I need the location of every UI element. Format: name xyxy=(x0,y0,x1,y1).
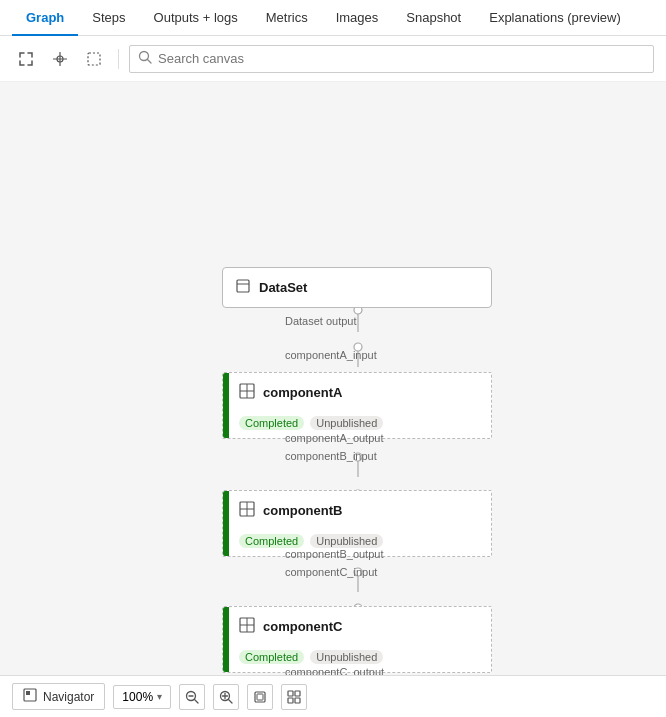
componentB-status-bar xyxy=(223,491,229,556)
svg-rect-40 xyxy=(288,691,293,696)
componentC-status-bar xyxy=(223,607,229,672)
dataset-header: DataSet xyxy=(223,268,491,307)
svg-rect-1 xyxy=(88,53,100,65)
svg-line-3 xyxy=(148,60,152,64)
search-input[interactable] xyxy=(158,51,645,66)
svg-rect-30 xyxy=(26,691,30,695)
svg-line-33 xyxy=(195,699,199,703)
canvas: DataSet Dataset output componentA_input … xyxy=(0,82,666,675)
componentA-completed: Completed xyxy=(239,416,304,430)
componentA-header: componentA xyxy=(223,373,491,412)
componentA-unpublished: Unpublished xyxy=(310,416,383,430)
dataset-output-label: Dataset output xyxy=(285,315,357,327)
componentB-output-label: componentB_output xyxy=(285,548,383,560)
zoom-level: 100% xyxy=(122,690,153,704)
tab-snapshot[interactable]: Snapshot xyxy=(392,0,475,36)
componentA-icon xyxy=(239,383,255,402)
componentB-icon xyxy=(239,501,255,520)
componentC-header: componentC xyxy=(223,607,491,646)
componentA-node: componentA Completed Unpublished xyxy=(222,372,492,439)
svg-rect-18 xyxy=(237,280,249,292)
bottom-bar: Navigator 100% ▾ xyxy=(0,675,666,717)
componentC-node: componentC Completed Unpublished xyxy=(222,606,492,673)
toolbar xyxy=(0,36,666,82)
navigator-button[interactable]: Navigator xyxy=(12,683,105,710)
svg-rect-43 xyxy=(295,698,300,703)
tab-metrics[interactable]: Metrics xyxy=(252,0,322,36)
search-icon xyxy=(138,50,152,67)
expand-button[interactable] xyxy=(12,45,40,73)
componentB-unpublished: Unpublished xyxy=(310,534,383,548)
tab-bar: Graph Steps Outputs + logs Metrics Image… xyxy=(0,0,666,36)
navigator-icon xyxy=(23,688,37,705)
componentC-completed: Completed xyxy=(239,650,304,664)
componentB-node: componentB Completed Unpublished xyxy=(222,490,492,557)
componentC-output-label: componentC_output xyxy=(285,666,384,675)
componentC-icon xyxy=(239,617,255,636)
zoom-display[interactable]: 100% ▾ xyxy=(113,685,171,709)
tab-graph[interactable]: Graph xyxy=(12,0,78,36)
componentC-input-label: componentC_input xyxy=(285,566,377,578)
svg-rect-42 xyxy=(288,698,293,703)
select-button[interactable] xyxy=(80,45,108,73)
fit-to-screen-button[interactable] xyxy=(247,684,273,710)
tab-images[interactable]: Images xyxy=(322,0,393,36)
svg-line-37 xyxy=(229,699,233,703)
dataset-icon xyxy=(235,278,251,297)
componentC-label: componentC xyxy=(263,619,342,634)
grid-view-button[interactable] xyxy=(281,684,307,710)
zoom-chevron-icon: ▾ xyxy=(157,691,162,702)
componentB-header: componentB xyxy=(223,491,491,530)
pan-button[interactable] xyxy=(46,45,74,73)
componenta-input-label: componentA_input xyxy=(285,349,377,361)
svg-rect-39 xyxy=(257,694,263,700)
dataset-node: DataSet xyxy=(222,267,492,308)
tab-steps[interactable]: Steps xyxy=(78,0,139,36)
zoom-in-button[interactable] xyxy=(213,684,239,710)
toolbar-divider xyxy=(118,49,119,69)
componentC-unpublished: Unpublished xyxy=(310,650,383,664)
search-box[interactable] xyxy=(129,45,654,73)
componentB-completed: Completed xyxy=(239,534,304,548)
tab-explanations[interactable]: Explanations (preview) xyxy=(475,0,635,36)
svg-rect-41 xyxy=(295,691,300,696)
navigator-label: Navigator xyxy=(43,690,94,704)
tab-outputs-logs[interactable]: Outputs + logs xyxy=(140,0,252,36)
componentB-label: componentB xyxy=(263,503,342,518)
componentB-input-label: componentB_input xyxy=(285,450,377,462)
componentA-output-label: componentA_output xyxy=(285,432,383,444)
componentA-label: componentA xyxy=(263,385,342,400)
zoom-out-button[interactable] xyxy=(179,684,205,710)
dataset-label: DataSet xyxy=(259,280,307,295)
componentA-status-bar xyxy=(223,373,229,438)
